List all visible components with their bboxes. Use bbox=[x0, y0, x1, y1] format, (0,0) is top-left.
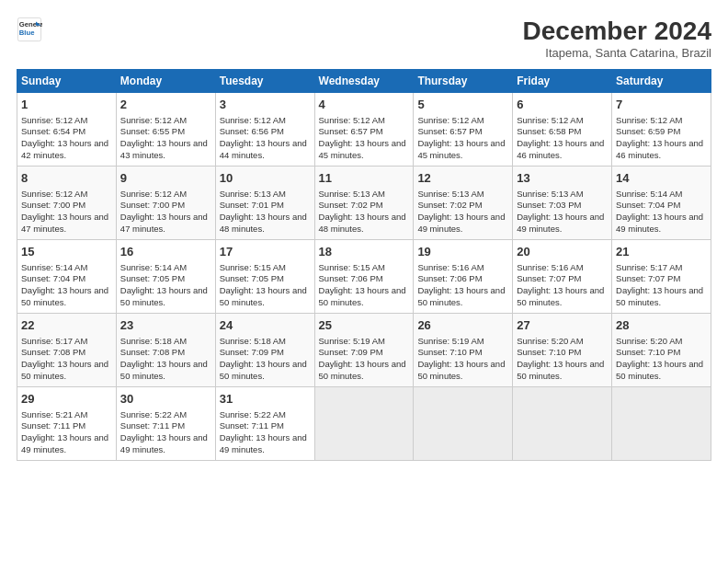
sunrise-text: Sunrise: 5:21 AM bbox=[21, 409, 87, 419]
day-number: 8 bbox=[21, 170, 112, 187]
sunset-text: Sunset: 7:03 PM bbox=[517, 200, 581, 210]
logo-icon: General Blue bbox=[17, 17, 42, 42]
calendar-cell: 19Sunrise: 5:16 AMSunset: 7:06 PMDayligh… bbox=[414, 240, 513, 314]
daylight-text: Daylight: 13 hours and 50 minutes. bbox=[517, 359, 604, 381]
sunset-text: Sunset: 6:58 PM bbox=[517, 126, 581, 136]
calendar-cell: 24Sunrise: 5:18 AMSunset: 7:09 PMDayligh… bbox=[215, 314, 314, 387]
header: General Blue December 2024 Itapema, Sant… bbox=[17, 17, 711, 60]
sunset-text: Sunset: 7:11 PM bbox=[21, 420, 85, 431]
day-number: 16 bbox=[120, 244, 211, 260]
header-row: SundayMondayTuesdayWednesdayThursdayFrid… bbox=[17, 70, 711, 93]
calendar-cell: 10Sunrise: 5:13 AMSunset: 7:01 PMDayligh… bbox=[215, 167, 314, 240]
day-number: 11 bbox=[319, 170, 410, 187]
calendar-cell: 31Sunrise: 5:22 AMSunset: 7:11 PMDayligh… bbox=[215, 387, 314, 461]
sunset-text: Sunset: 6:55 PM bbox=[120, 126, 185, 136]
calendar-cell: 29Sunrise: 5:21 AMSunset: 7:11 PMDayligh… bbox=[17, 387, 117, 461]
daylight-text: Daylight: 13 hours and 49 minutes. bbox=[417, 212, 505, 234]
day-number: 24 bbox=[220, 317, 311, 334]
calendar-cell bbox=[513, 387, 612, 461]
calendar-cell: 7Sunrise: 5:12 AMSunset: 6:59 PMDaylight… bbox=[612, 93, 711, 167]
calendar-week-row: 22Sunrise: 5:17 AMSunset: 7:08 PMDayligh… bbox=[17, 314, 711, 387]
day-number: 28 bbox=[616, 317, 707, 334]
calendar-cell: 9Sunrise: 5:12 AMSunset: 7:00 PMDaylight… bbox=[116, 167, 215, 240]
day-number: 27 bbox=[517, 317, 608, 334]
header-day: Saturday bbox=[612, 70, 711, 93]
daylight-text: Daylight: 13 hours and 46 minutes. bbox=[616, 138, 703, 160]
sunrise-text: Sunrise: 5:12 AM bbox=[120, 189, 187, 199]
sunrise-text: Sunrise: 5:14 AM bbox=[616, 189, 682, 199]
calendar-cell bbox=[314, 387, 414, 461]
header-day: Thursday bbox=[414, 70, 513, 93]
sunrise-text: Sunrise: 5:12 AM bbox=[21, 115, 87, 125]
sunset-text: Sunset: 7:01 PM bbox=[220, 200, 284, 210]
sunrise-text: Sunrise: 5:12 AM bbox=[319, 115, 385, 125]
sunset-text: Sunset: 6:57 PM bbox=[319, 126, 383, 136]
header-day: Monday bbox=[116, 70, 215, 93]
sunrise-text: Sunrise: 5:15 AM bbox=[220, 262, 286, 272]
sunset-text: Sunset: 7:09 PM bbox=[319, 347, 383, 357]
calendar-cell: 28Sunrise: 5:20 AMSunset: 7:10 PMDayligh… bbox=[612, 314, 711, 387]
sunrise-text: Sunrise: 5:16 AM bbox=[417, 262, 483, 272]
sunset-text: Sunset: 7:07 PM bbox=[517, 273, 581, 283]
calendar-cell: 6Sunrise: 5:12 AMSunset: 6:58 PMDaylight… bbox=[513, 93, 612, 167]
sunrise-text: Sunrise: 5:18 AM bbox=[120, 336, 187, 346]
daylight-text: Daylight: 13 hours and 49 minutes. bbox=[616, 212, 703, 234]
sunset-text: Sunset: 7:10 PM bbox=[616, 347, 680, 357]
daylight-text: Daylight: 13 hours and 50 minutes. bbox=[517, 285, 604, 307]
sunrise-text: Sunrise: 5:17 AM bbox=[21, 336, 87, 346]
calendar-cell bbox=[414, 387, 513, 461]
calendar-cell: 11Sunrise: 5:13 AMSunset: 7:02 PMDayligh… bbox=[314, 167, 414, 240]
sunset-text: Sunset: 7:07 PM bbox=[616, 273, 680, 283]
day-number: 31 bbox=[220, 391, 311, 408]
daylight-text: Daylight: 13 hours and 50 minutes. bbox=[417, 359, 505, 381]
calendar-cell: 21Sunrise: 5:17 AMSunset: 7:07 PMDayligh… bbox=[612, 240, 711, 314]
daylight-text: Daylight: 13 hours and 50 minutes. bbox=[616, 285, 703, 307]
sunrise-text: Sunrise: 5:17 AM bbox=[616, 262, 682, 272]
calendar-table: SundayMondayTuesdayWednesdayThursdayFrid… bbox=[17, 69, 711, 461]
day-number: 3 bbox=[220, 97, 311, 113]
sunrise-text: Sunrise: 5:15 AM bbox=[319, 262, 385, 272]
sunrise-text: Sunrise: 5:12 AM bbox=[120, 115, 187, 125]
sunset-text: Sunset: 7:06 PM bbox=[417, 273, 482, 283]
header-day: Friday bbox=[513, 70, 612, 93]
calendar-cell: 20Sunrise: 5:16 AMSunset: 7:07 PMDayligh… bbox=[513, 240, 612, 314]
calendar-cell: 18Sunrise: 5:15 AMSunset: 7:06 PMDayligh… bbox=[314, 240, 414, 314]
sunset-text: Sunset: 7:04 PM bbox=[616, 200, 680, 210]
calendar-week-row: 15Sunrise: 5:14 AMSunset: 7:04 PMDayligh… bbox=[17, 240, 711, 314]
day-number: 7 bbox=[616, 97, 707, 113]
sunrise-text: Sunrise: 5:22 AM bbox=[120, 409, 187, 419]
calendar-cell bbox=[612, 387, 711, 461]
daylight-text: Daylight: 13 hours and 47 minutes. bbox=[120, 212, 208, 234]
subtitle: Itapema, Santa Catarina, Brazil bbox=[523, 46, 711, 60]
day-number: 4 bbox=[319, 97, 410, 113]
calendar-cell: 3Sunrise: 5:12 AMSunset: 6:56 PMDaylight… bbox=[215, 93, 314, 167]
header-day: Tuesday bbox=[215, 70, 314, 93]
day-number: 14 bbox=[616, 170, 707, 187]
sunrise-text: Sunrise: 5:18 AM bbox=[220, 336, 286, 346]
calendar-cell: 13Sunrise: 5:13 AMSunset: 7:03 PMDayligh… bbox=[513, 167, 612, 240]
day-number: 20 bbox=[517, 244, 608, 260]
sunset-text: Sunset: 7:05 PM bbox=[220, 273, 284, 283]
sunrise-text: Sunrise: 5:19 AM bbox=[417, 336, 483, 346]
sunrise-text: Sunrise: 5:14 AM bbox=[21, 262, 87, 272]
day-number: 17 bbox=[220, 244, 311, 260]
sunset-text: Sunset: 7:10 PM bbox=[517, 347, 581, 357]
day-number: 23 bbox=[120, 317, 211, 334]
day-number: 21 bbox=[616, 244, 707, 260]
sunrise-text: Sunrise: 5:13 AM bbox=[417, 189, 483, 199]
sunset-text: Sunset: 7:10 PM bbox=[417, 347, 482, 357]
sunset-text: Sunset: 7:08 PM bbox=[120, 347, 185, 357]
calendar-week-row: 29Sunrise: 5:21 AMSunset: 7:11 PMDayligh… bbox=[17, 387, 711, 461]
daylight-text: Daylight: 13 hours and 49 minutes. bbox=[21, 432, 108, 454]
daylight-text: Daylight: 13 hours and 45 minutes. bbox=[319, 138, 406, 160]
sunset-text: Sunset: 7:00 PM bbox=[120, 200, 185, 210]
daylight-text: Daylight: 13 hours and 50 minutes. bbox=[120, 285, 208, 307]
day-number: 25 bbox=[319, 317, 410, 334]
daylight-text: Daylight: 13 hours and 50 minutes. bbox=[417, 285, 505, 307]
daylight-text: Daylight: 13 hours and 50 minutes. bbox=[21, 285, 108, 307]
day-number: 22 bbox=[21, 317, 112, 334]
day-number: 2 bbox=[120, 97, 211, 113]
daylight-text: Daylight: 13 hours and 45 minutes. bbox=[417, 138, 505, 160]
calendar-cell: 1Sunrise: 5:12 AMSunset: 6:54 PMDaylight… bbox=[17, 93, 117, 167]
sunset-text: Sunset: 7:09 PM bbox=[220, 347, 284, 357]
